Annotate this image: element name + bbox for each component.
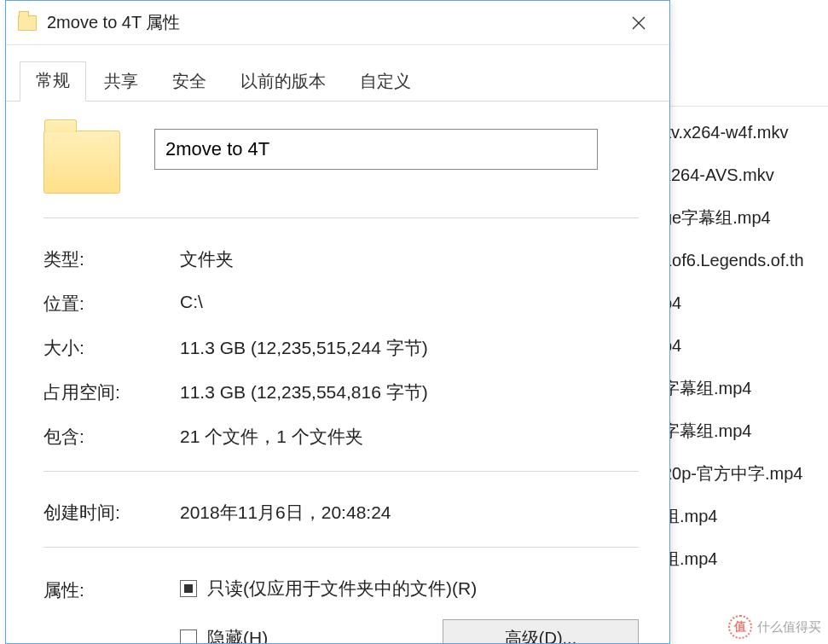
list-item[interactable]: x264-AVS.mkv bbox=[657, 154, 828, 196]
list-item[interactable]: ltv.x264-w4f.mkv bbox=[657, 111, 828, 154]
readonly-checkbox[interactable] bbox=[180, 580, 197, 597]
list-item[interactable]: p4 bbox=[657, 281, 828, 324]
value-location: C:\ bbox=[180, 292, 639, 316]
folder-icon bbox=[18, 15, 37, 31]
list-item[interactable]: 字幕组.mp4 bbox=[657, 409, 828, 452]
label-size: 大小: bbox=[43, 336, 180, 360]
tab-strip: 常规 共享 安全 以前的版本 自定义 bbox=[6, 49, 669, 102]
list-item[interactable]: 字幕组.mp4 bbox=[657, 367, 828, 409]
value-created: 2018年11月6日，20:48:24 bbox=[180, 501, 639, 525]
label-contains: 包含: bbox=[43, 425, 180, 449]
titlebar[interactable]: 2move to 4T 属性 bbox=[6, 1, 669, 45]
watermark-icon: 值 bbox=[728, 615, 752, 639]
label-created: 创建时间: bbox=[43, 501, 180, 525]
explorer-file-list: ltv.x264-w4f.mkv x264-AVS.mkv ge字幕组.mp4 … bbox=[657, 111, 828, 580]
value-type: 文件夹 bbox=[180, 247, 639, 271]
folder-name-input[interactable] bbox=[154, 129, 598, 170]
list-item[interactable]: 组.mp4 bbox=[657, 537, 828, 580]
label-size-on-disk: 占用空间: bbox=[43, 380, 180, 404]
window-title: 2move to 4T 属性 bbox=[47, 11, 608, 34]
tab-content-general: 类型: 文件夹 位置: C:\ 大小: 11.3 GB (12,235,515,… bbox=[6, 102, 669, 643]
separator bbox=[43, 471, 639, 472]
close-icon bbox=[632, 16, 646, 30]
list-item[interactable]: 20p-官方中字.mp4 bbox=[657, 452, 828, 495]
tab-general[interactable]: 常规 bbox=[20, 61, 86, 102]
folder-large-icon bbox=[43, 131, 120, 194]
label-type: 类型: bbox=[43, 247, 180, 271]
tab-share[interactable]: 共享 bbox=[88, 62, 154, 102]
tab-previous-versions[interactable]: 以前的版本 bbox=[224, 62, 342, 102]
label-attributes: 属性: bbox=[43, 577, 180, 643]
tab-security[interactable]: 安全 bbox=[156, 62, 223, 102]
tab-custom[interactable]: 自定义 bbox=[344, 62, 427, 102]
list-item[interactable]: 组.mp4 bbox=[657, 495, 828, 537]
list-item[interactable]: ge字幕组.mp4 bbox=[657, 196, 828, 239]
list-item[interactable]: p4 bbox=[657, 324, 828, 367]
watermark: 值 什么值得买 bbox=[728, 615, 821, 639]
value-size: 11.3 GB (12,235,515,244 字节) bbox=[180, 336, 639, 360]
hidden-label: 隐藏(H) bbox=[207, 626, 268, 643]
separator bbox=[43, 218, 639, 218]
value-contains: 21 个文件，1 个文件夹 bbox=[180, 425, 639, 449]
properties-dialog: 2move to 4T 属性 常规 共享 安全 以前的版本 自定义 类型: 文件… bbox=[5, 0, 670, 644]
label-location: 位置: bbox=[43, 292, 180, 316]
close-button[interactable] bbox=[608, 1, 669, 44]
list-item[interactable]: 1of6.Legends.of.th bbox=[657, 239, 828, 281]
explorer-separator bbox=[649, 106, 828, 107]
advanced-button[interactable]: 高级(D)... bbox=[443, 619, 639, 643]
hidden-checkbox[interactable] bbox=[180, 629, 197, 643]
value-size-on-disk: 11.3 GB (12,235,554,816 字节) bbox=[180, 380, 639, 404]
readonly-label: 只读(仅应用于文件夹中的文件)(R) bbox=[207, 577, 477, 600]
watermark-text: 什么值得买 bbox=[757, 619, 821, 635]
separator bbox=[43, 547, 639, 548]
